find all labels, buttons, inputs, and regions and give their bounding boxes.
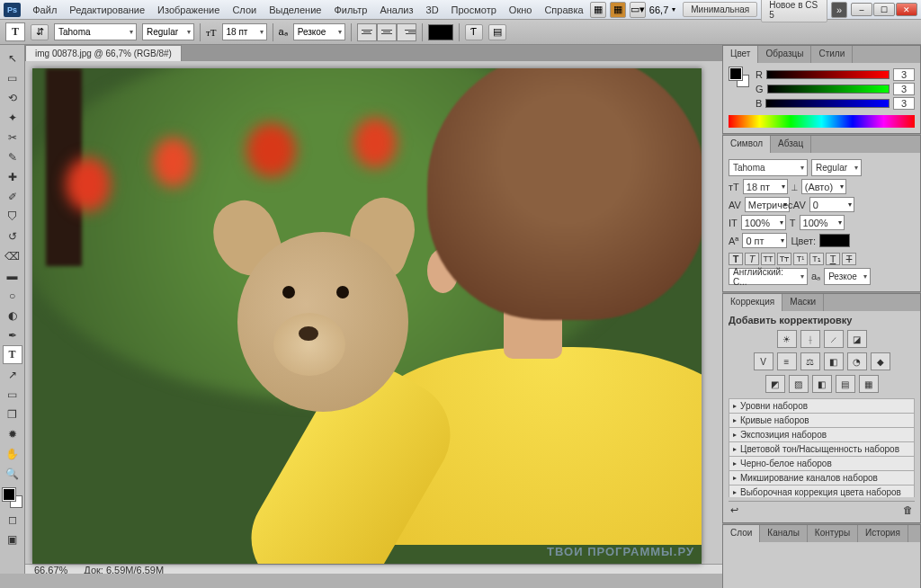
menu-3d[interactable]: 3D (420, 2, 445, 18)
brightness-icon[interactable]: ☀ (777, 330, 797, 348)
screenmode-tool[interactable]: ▣ (3, 530, 22, 548)
minimize-button[interactable]: – (851, 3, 872, 16)
document-tab[interactable]: img 00878.jpg @ 66,7% (RGB/8#) (25, 45, 182, 61)
menu-edit[interactable]: Редактирование (63, 2, 151, 18)
spectrum-bar[interactable] (729, 115, 915, 128)
char-vscale[interactable]: 100% (741, 215, 786, 230)
masks-tab[interactable]: Маски (782, 294, 824, 311)
char-baseline[interactable]: 0 пт (742, 233, 787, 248)
styles-tab[interactable]: Стили (811, 46, 853, 63)
stamp-tool[interactable]: ⛉ (3, 207, 22, 226)
color-tab[interactable]: Цвет (723, 46, 758, 63)
char-font-dropdown[interactable]: Tahoma (729, 159, 808, 176)
photofilter-icon[interactable]: ◔ (847, 352, 867, 370)
align-left-button[interactable] (357, 23, 377, 41)
workspace-minimal[interactable]: Минимальная (683, 2, 757, 17)
menu-layers[interactable]: Слои (226, 2, 263, 18)
preset-bw[interactable]: Черно-белое наборов (729, 456, 915, 471)
paragraph-tab[interactable]: Абзац (771, 136, 811, 153)
menu-help[interactable]: Справка (538, 2, 589, 18)
move-tool[interactable]: ↖ (3, 49, 22, 67)
threshold-icon[interactable]: ◧ (812, 375, 832, 393)
allcaps-button[interactable]: TT (761, 253, 775, 265)
preset-huesat[interactable]: Цветовой тон/Насыщенность наборов (729, 441, 915, 457)
g-value[interactable]: 3 (893, 83, 915, 95)
colorbalance-icon[interactable]: ⚖ (800, 352, 820, 370)
font-style-dropdown[interactable]: Regular (142, 23, 194, 40)
swatches-tab[interactable]: Образцы (758, 46, 811, 63)
menu-analysis[interactable]: Анализ (373, 2, 419, 18)
gradient-tool[interactable]: ▬ (3, 266, 22, 285)
history-brush-tool[interactable]: ↺ (3, 227, 22, 245)
heal-tool[interactable]: ✚ (3, 167, 22, 186)
hand-tool[interactable]: ✋ (3, 444, 22, 463)
hue-icon[interactable]: ≡ (777, 352, 797, 370)
font-size-dropdown[interactable]: 18 пт (222, 23, 267, 40)
history-tab[interactable]: История (858, 525, 908, 542)
canvas-viewport[interactable]: ТВОИ ПРОГРАММЫ.РУ (25, 61, 722, 564)
menu-select[interactable]: Выделение (263, 2, 327, 18)
italic-button[interactable]: T (745, 253, 759, 265)
bold-button[interactable]: T (729, 253, 743, 265)
bw-icon[interactable]: ◧ (824, 352, 844, 370)
preset-levels[interactable]: Уровни наборов (729, 398, 915, 414)
char-size[interactable]: 18 пт (743, 179, 788, 194)
adj-trash-icon[interactable]: 🗑 (903, 504, 913, 516)
g-slider[interactable] (767, 85, 890, 94)
layers-tab[interactable]: Слои (723, 525, 760, 542)
paths-tab[interactable]: Контуры (808, 525, 858, 542)
pen-tool[interactable]: ✒ (3, 325, 22, 344)
shape-tool[interactable]: ▭ (3, 385, 22, 404)
bridge-icon[interactable]: ▦ (590, 2, 606, 18)
menu-view[interactable]: Просмотр (445, 2, 503, 18)
warp-text-icon[interactable]: Ƭ (465, 24, 483, 40)
adj-back-icon[interactable]: ↩ (730, 504, 738, 516)
type-tool[interactable]: T (3, 345, 22, 364)
eyedropper-tool[interactable]: ✎ (3, 147, 22, 166)
3d-tool[interactable]: ❐ (3, 405, 22, 423)
exposure-icon[interactable]: ◪ (847, 330, 867, 348)
b-slider[interactable] (765, 99, 890, 108)
preset-exposure[interactable]: Экспозиция наборов (729, 427, 915, 442)
character-tab[interactable]: Символ (723, 136, 771, 153)
marquee-tool[interactable]: ▭ (3, 68, 22, 87)
char-aa-dropdown[interactable]: Резкое (824, 268, 871, 285)
text-orientation-icon[interactable]: ⇵ (31, 24, 49, 40)
quickmask-tool[interactable]: ◻ (3, 510, 22, 529)
crop-tool[interactable]: ✂ (3, 128, 22, 147)
align-center-button[interactable] (377, 23, 397, 41)
type-tool-indicator[interactable]: T (5, 22, 25, 41)
adjustments-tab[interactable]: Коррекция (723, 294, 782, 311)
vibrance-icon[interactable]: V (754, 352, 773, 370)
menu-file[interactable]: Файл (26, 2, 63, 18)
zoom-tool[interactable]: 🔍 (3, 464, 22, 483)
strike-button[interactable]: T (842, 253, 856, 265)
align-right-button[interactable] (397, 23, 416, 41)
char-kerning[interactable]: Метричес (745, 197, 790, 212)
posterize-icon[interactable]: ▨ (789, 375, 809, 393)
view-extras-icon[interactable]: ▭▾ (630, 2, 646, 18)
menu-image[interactable]: Изображение (151, 2, 226, 18)
gradientmap-icon[interactable]: ▤ (836, 375, 855, 393)
char-color-swatch[interactable] (819, 234, 850, 247)
b-value[interactable]: 3 (893, 97, 915, 110)
antialias-dropdown[interactable]: Резкое (293, 23, 345, 40)
dodge-tool[interactable]: ◐ (3, 306, 22, 325)
smallcaps-button[interactable]: Tᴛ (777, 253, 791, 265)
path-tool[interactable]: ↗ (3, 365, 22, 384)
superscript-button[interactable]: T¹ (793, 253, 808, 265)
underline-button[interactable]: T (826, 253, 840, 265)
layers-body[interactable] (723, 542, 920, 588)
lasso-tool[interactable]: ⟲ (3, 88, 22, 107)
brush-tool[interactable]: ✐ (3, 187, 22, 206)
levels-icon[interactable]: ⟊ (800, 330, 820, 348)
char-hscale[interactable]: 100% (800, 215, 845, 230)
selective-icon[interactable]: ▦ (859, 375, 879, 393)
eraser-tool[interactable]: ⌫ (3, 246, 22, 265)
char-panel-icon[interactable]: ▤ (488, 24, 506, 40)
subscript-button[interactable]: T₁ (809, 253, 824, 265)
3d-camera-tool[interactable]: ✹ (3, 424, 22, 443)
zoom-indicator[interactable]: 66,7 (649, 4, 668, 15)
minibridge-icon[interactable]: ▦ (610, 2, 626, 18)
wand-tool[interactable]: ✦ (3, 108, 22, 127)
